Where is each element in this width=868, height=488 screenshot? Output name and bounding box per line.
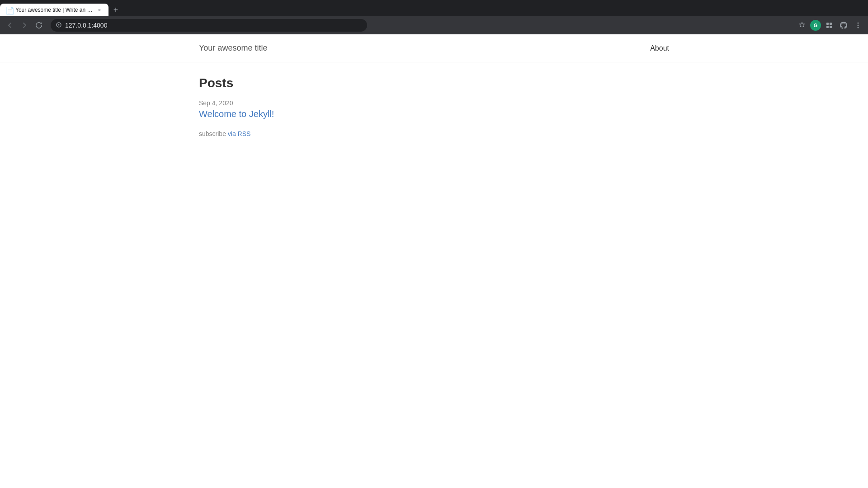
svg-point-7 <box>858 25 859 26</box>
profile-button[interactable]: G <box>810 20 821 31</box>
bookmark-button[interactable] <box>796 19 808 32</box>
more-icon <box>854 22 862 29</box>
post-list: Sep 4, 2020 Welcome to Jekyll! <box>199 99 669 119</box>
posts-heading: Posts <box>199 76 669 90</box>
address-bar: 127.0.0.1:4000 G <box>0 16 868 34</box>
toolbar-right: G <box>796 19 864 32</box>
subscribe-label: subscribe <box>199 130 226 137</box>
browser-chrome: 📄 Your awesome title | Write an aw... × … <box>0 0 868 34</box>
svg-rect-3 <box>830 23 832 25</box>
rss-link[interactable]: via RSS <box>228 130 251 137</box>
back-icon <box>6 22 14 29</box>
main-content: Posts Sep 4, 2020 Welcome to Jekyll! sub… <box>0 62 868 151</box>
reload-button[interactable] <box>33 19 45 32</box>
about-nav-link[interactable]: About <box>650 44 669 52</box>
extensions-icon <box>826 22 833 29</box>
subscribe-section: subscribe via RSS <box>199 130 669 137</box>
site-nav: About <box>650 44 669 52</box>
svg-rect-2 <box>826 23 829 25</box>
tab-bar: 📄 Your awesome title | Write an aw... × … <box>0 0 868 16</box>
more-options-button[interactable] <box>852 19 864 32</box>
forward-button[interactable] <box>18 19 31 32</box>
tab-title: Your awesome title | Write an aw... <box>15 7 93 13</box>
extensions-button[interactable] <box>823 19 835 32</box>
tab-close-button[interactable]: × <box>96 6 103 14</box>
tab-favicon-icon: 📄 <box>5 6 13 14</box>
svg-point-1 <box>58 24 60 25</box>
site-title-link[interactable]: Your awesome title <box>199 43 267 53</box>
svg-rect-4 <box>826 26 829 28</box>
star-icon <box>798 22 806 29</box>
post-date: Sep 4, 2020 <box>199 99 669 107</box>
page-content: Your awesome title About Posts Sep 4, 20… <box>0 34 868 488</box>
url-text: 127.0.0.1:4000 <box>65 22 362 29</box>
github-icon <box>840 22 847 29</box>
svg-rect-5 <box>830 26 832 28</box>
post-title-link[interactable]: Welcome to Jekyll! <box>199 109 274 119</box>
url-bar[interactable]: 127.0.0.1:4000 <box>51 19 367 32</box>
github-button[interactable] <box>837 19 850 32</box>
new-tab-button[interactable]: + <box>109 4 122 16</box>
svg-point-6 <box>858 23 859 24</box>
svg-point-8 <box>858 27 859 28</box>
forward-icon <box>21 22 28 29</box>
site-header: Your awesome title About <box>0 34 868 62</box>
active-tab[interactable]: 📄 Your awesome title | Write an aw... × <box>0 4 108 16</box>
post-item: Sep 4, 2020 Welcome to Jekyll! <box>199 99 669 119</box>
back-button[interactable] <box>4 19 16 32</box>
reload-icon <box>35 22 42 29</box>
lock-icon <box>56 22 61 29</box>
